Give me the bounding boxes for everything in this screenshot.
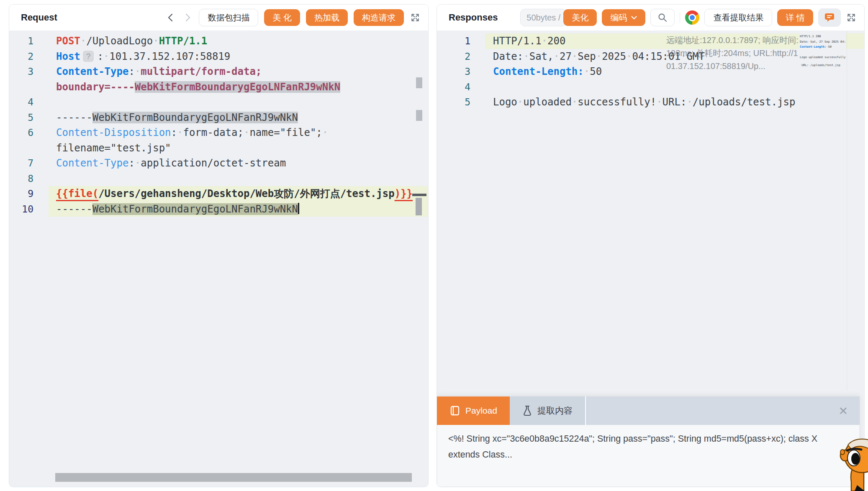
code-token: Logo: [800, 56, 807, 59]
code-token: ·: [517, 96, 523, 108]
code-line: 5Logo·uploaded·successfully!·URL:·/uploa…: [799, 52, 846, 58]
code-token: Date:: [493, 51, 523, 62]
code-line: 1POST·/UploadLogo·HTTP/1.1: [9, 33, 428, 49]
search-button[interactable]: [650, 9, 675, 26]
code-line: 6Content-Disposition:·form-data;·name="f…: [9, 125, 428, 141]
code-token: ·: [584, 66, 590, 77]
code-token: Host: [56, 51, 80, 62]
code-token: ·: [656, 96, 662, 108]
flask-icon: [522, 405, 532, 416]
code-token: Sat,: [529, 51, 554, 62]
code-token: :: [171, 127, 177, 138]
comment-icon: [824, 13, 835, 23]
code-token: form-data;: [183, 127, 244, 138]
response-title: Responses: [449, 12, 498, 23]
hot-reload-button[interactable]: 热加载: [306, 9, 348, 26]
code-token: ·: [523, 51, 529, 62]
request-editor[interactable]: 1POST·/UploadLogo·HTTP/1.12Host?:·101.37…: [9, 31, 428, 487]
code-token: successfully!: [824, 56, 846, 59]
payload-drawer: Payload 提取内容 ✕ <%! String xc="3c6e0b8a9c…: [437, 396, 860, 487]
code-line: 8: [9, 171, 428, 187]
code-token: ·: [135, 157, 141, 169]
comment-button[interactable]: [818, 8, 841, 27]
tab-payload-label: Payload: [465, 406, 497, 416]
code-line: 9{{file(/Users/gehansheng/Desktop/Web攻防/…: [9, 186, 428, 202]
code-token: ·: [177, 127, 183, 138]
beautify-button[interactable]: 美 化: [264, 9, 300, 26]
line-number: 1: [9, 33, 33, 49]
request-header: Request 数据包扫描 美 化 热加载 构造请求: [9, 5, 428, 31]
horizontal-scrollbar-thumb[interactable]: [55, 473, 412, 482]
minimap[interactable]: 1HTTP/1.1·2002Date:·Sat,·27·Sep·2025·04:…: [799, 31, 846, 90]
line-number: 1: [437, 33, 470, 49]
code-token: ·: [572, 96, 578, 108]
code-token: ·: [322, 127, 328, 138]
details-button[interactable]: 详 情: [777, 9, 813, 26]
response-beautify-button[interactable]: 美化: [563, 9, 597, 26]
host-help-badge[interactable]: ?: [83, 51, 94, 62]
code-token: filename="test.jsp": [56, 142, 171, 154]
chevron-down-icon: [631, 16, 637, 20]
line-number: 10: [9, 202, 33, 217]
code-token: uploaded: [523, 96, 572, 108]
encode-label: 编码: [610, 12, 627, 23]
code-line: 4: [9, 95, 428, 110]
code-line: boundary=----WebKitFormBoundarygEgoLNFan…: [9, 79, 428, 95]
code-token: ·: [80, 35, 86, 47]
code-line: 2Host?:·101.37.152.107:58819: [9, 49, 428, 64]
build-request-button[interactable]: 构造请求: [354, 9, 404, 26]
text-cursor: [298, 203, 299, 214]
code-token: Content-Length:: [493, 66, 584, 77]
history-back-button[interactable]: [165, 12, 176, 23]
code-token: Content-Type: [56, 157, 128, 169]
expand-icon: [410, 11, 421, 24]
request-title: Request: [21, 12, 57, 23]
tab-payload[interactable]: Payload: [437, 396, 510, 425]
code-line: 3Content-Type:·multipart/form-data;: [9, 64, 428, 79]
line-number: 2: [437, 49, 470, 64]
scrollbar-match-mark: [416, 77, 422, 88]
line-number: 4: [437, 79, 470, 95]
code-token: ·: [153, 35, 159, 47]
code-token: ·: [596, 51, 602, 62]
code-token: /uploads/test.jsp: [810, 64, 840, 67]
tab-extract-content[interactable]: 提取内容: [510, 396, 586, 425]
payload-content: <%! String xc="3c6e0b8a9c15224a"; String…: [437, 425, 860, 487]
code-token: :: [97, 51, 103, 62]
code-token: Content-Type: [56, 66, 128, 77]
code-token: ------: [56, 112, 92, 123]
history-forward-button[interactable]: [182, 12, 193, 23]
code-token: Content-Disposition: [56, 127, 171, 138]
chrome-icon[interactable]: [685, 10, 699, 25]
code-line: 1HTTP/1.1·200: [799, 31, 846, 37]
line-number: 2: [9, 49, 33, 64]
code-line: 5------WebKitFormBoundarygEgoLNFanRJ9wNk…: [9, 110, 428, 125]
line-number: [9, 79, 33, 95]
line-number: [9, 141, 33, 156]
code-token: WebKitFormBoundarygEgoLNFanRJ9wNkN: [135, 81, 340, 93]
packet-scan-button[interactable]: 数据包扫描: [199, 9, 258, 26]
view-extract-button[interactable]: 查看提取结果: [704, 9, 772, 26]
close-drawer-button[interactable]: ✕: [838, 404, 848, 417]
code-token: Sep: [578, 51, 596, 62]
code-token: Logo: [493, 96, 517, 108]
line-number: 4: [9, 95, 33, 110]
code-line: 3Content-Length:·50: [799, 42, 846, 47]
expand-response-button[interactable]: [846, 12, 857, 23]
code-token: 50: [590, 66, 602, 77]
line-number: 3: [9, 64, 33, 79]
code-token: WebKitFormBoundarygEgoLNFanRJ9wNkN: [92, 203, 298, 215]
encode-dropdown-button[interactable]: 编码: [602, 9, 645, 26]
code-token: successfully!: [578, 96, 656, 108]
code-token: WebKitFormBoundarygEgoLNFanRJ9wNkN: [92, 112, 298, 123]
response-size-badge: 50bytes /: [520, 9, 567, 26]
chevron-right-icon: [182, 13, 193, 23]
code-token: ·: [686, 96, 692, 108]
vertical-scrollbar-thumb[interactable]: [416, 198, 422, 215]
code-token: )}}: [395, 188, 413, 199]
scrollbar-match-mark: [416, 110, 422, 121]
code-token: application/octet-stream: [141, 157, 286, 169]
code-token: :: [128, 157, 134, 169]
code-token: POST: [56, 35, 80, 47]
expand-request-button[interactable]: [410, 12, 421, 23]
